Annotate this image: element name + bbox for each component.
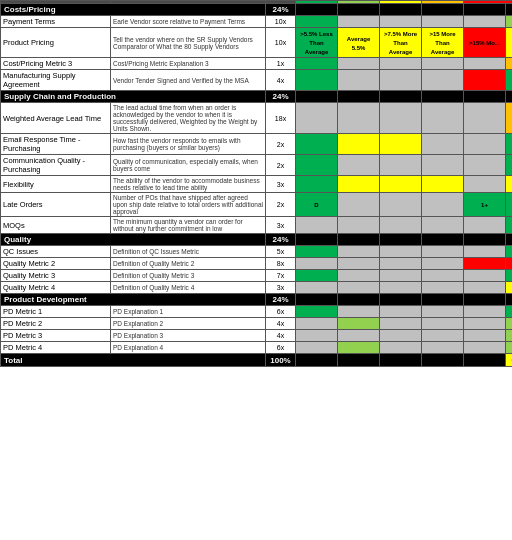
- table-row: Manufacturing Supply Agreement Vendor Te…: [1, 70, 513, 91]
- grade-cell-f-2-2: [464, 270, 506, 282]
- table-row: Payment Terms Earle Vendor score relativ…: [1, 16, 513, 28]
- grade-cell-b-0-2: [338, 58, 380, 70]
- grade-cell-d-3-0: [422, 306, 464, 318]
- row-dimension-0-2: Cost/Pricing Metric 3: [1, 58, 111, 70]
- grade-cell-a-3-0: [296, 306, 338, 318]
- row-vendor-3-3: B: [506, 342, 513, 354]
- row-weight-2-3: 3x: [266, 282, 296, 294]
- row-explanation-0-0: Earle Vendor score relative to Payment T…: [111, 16, 266, 28]
- grade-cell-b-0-0: [338, 16, 380, 28]
- section-header-0: Costs/Pricing 24% 19%: [1, 4, 513, 16]
- section-vendor-score-2: 14%: [506, 234, 513, 246]
- table-row: Weighted Average Lead Time The lead actu…: [1, 103, 513, 134]
- grade-cell-f-3-0: [464, 306, 506, 318]
- total-vendor-score: 65%: [506, 354, 513, 367]
- row-vendor-2-3: C: [506, 282, 513, 294]
- grade-cell-a-1-3: [296, 176, 338, 193]
- section-header-3: Product Development 24% 17%: [1, 294, 513, 306]
- table-row: QC Issues Definition of QC Issues Metric…: [1, 246, 513, 258]
- row-vendor-1-0: D: [506, 103, 513, 134]
- section-weight-1: 24%: [266, 91, 296, 103]
- total-row: Total 100% 65%: [1, 354, 513, 367]
- row-explanation-1-5: The minimum quantity a vendor can order …: [111, 217, 266, 234]
- scorecard-body: Costs/Pricing 24% 19% Payment Terms Earl…: [1, 4, 513, 367]
- row-explanation-3-0: PD Explanation 1: [111, 306, 266, 318]
- grade-cell-f-2-0: [464, 246, 506, 258]
- grade-cell-a-2-2: [296, 270, 338, 282]
- table-row: Cost/Pricing Metric 3 Cost/Pricing Metri…: [1, 58, 513, 70]
- grade-cell-f-0-3: No: [464, 70, 506, 91]
- grade-cell-b-3-0: [338, 306, 380, 318]
- table-row: Communication Quality - Purchasing Quali…: [1, 155, 513, 176]
- table-row: MOQs The minimum quantity a vendor can o…: [1, 217, 513, 234]
- section-vendor-score-3: 17%: [506, 294, 513, 306]
- row-weight-3-3: 6x: [266, 342, 296, 354]
- row-dimension-3-0: PD Metric 1: [1, 306, 111, 318]
- row-vendor-2-1: F: [506, 258, 513, 270]
- table-row: PD Metric 1 PD Explanation 1 6x A: [1, 306, 513, 318]
- grade-cell-b-1-5: [338, 217, 380, 234]
- grade-cell-b-1-0: [338, 103, 380, 134]
- row-explanation-3-2: PD Explanation 3: [111, 330, 266, 342]
- section-vendor-score-0: 19%: [506, 4, 513, 16]
- grade-cell-a-0-1: >5.5% Less Than Average: [296, 28, 338, 58]
- grade-cell-d-2-3: [422, 282, 464, 294]
- grade-cell-d-1-3: [422, 176, 464, 193]
- grade-cell-f-1-3: [464, 176, 506, 193]
- grade-cell-d-2-2: [422, 270, 464, 282]
- row-dimension-1-2: Communication Quality - Purchasing: [1, 155, 111, 176]
- row-vendor-1-5: A: [506, 217, 513, 234]
- row-dimension-1-3: Flexibility: [1, 176, 111, 193]
- row-explanation-1-0: The lead actual time from when an order …: [111, 103, 266, 134]
- row-dimension-1-5: MOQs: [1, 217, 111, 234]
- row-explanation-3-3: PD Explanation 4: [111, 342, 266, 354]
- row-explanation-2-2: Definition of Quality Metric 3: [111, 270, 266, 282]
- grade-cell-b-3-1: [338, 318, 380, 330]
- grade-cell-a-3-2: [296, 330, 338, 342]
- grade-cell-a-2-1: [296, 258, 338, 270]
- grade-cell-a-2-3: [296, 282, 338, 294]
- row-explanation-1-3: The ability of the vendor to accommodate…: [111, 176, 266, 193]
- grade-cell-b-2-0: [338, 246, 380, 258]
- grade-cell-f-1-4: 1+: [464, 193, 506, 217]
- grade-cell-c-0-1: >7.5% More Than Average: [380, 28, 422, 58]
- grade-cell-c-1-2: [380, 155, 422, 176]
- row-dimension-1-4: Late Orders: [1, 193, 111, 217]
- table-row: PD Metric 2 PD Explanation 2 4x B: [1, 318, 513, 330]
- grade-cell-b-1-1: [338, 134, 380, 155]
- section-vendor-score-1: 16%: [506, 91, 513, 103]
- grade-cell-c-1-5: [380, 217, 422, 234]
- row-dimension-0-1: Product Pricing: [1, 28, 111, 58]
- table-row: Email Response Time - Purchasing How fas…: [1, 134, 513, 155]
- grade-cell-a-1-5: [296, 217, 338, 234]
- grade-cell-a-1-0: [296, 103, 338, 134]
- grade-cell-f-2-1: [464, 258, 506, 270]
- row-dimension-2-1: Quality Metric 2: [1, 258, 111, 270]
- section-header-1: Supply Chain and Production 24% 16%: [1, 91, 513, 103]
- grade-cell-b-2-2: [338, 270, 380, 282]
- grade-cell-c-3-2: [380, 330, 422, 342]
- grade-cell-d-0-1: >15 More Than Average: [422, 28, 464, 58]
- grade-cell-f-0-2: [464, 58, 506, 70]
- row-explanation-1-4: Number of POs that have shipped after ag…: [111, 193, 266, 217]
- grade-cell-c-3-0: [380, 306, 422, 318]
- grade-cell-f-1-0: [464, 103, 506, 134]
- grade-cell-f-1-2: [464, 155, 506, 176]
- row-dimension-2-3: Quality Metric 4: [1, 282, 111, 294]
- grade-cell-d-3-3: [422, 342, 464, 354]
- grade-cell-b-3-2: [338, 330, 380, 342]
- row-weight-3-0: 6x: [266, 306, 296, 318]
- row-weight-2-2: 7x: [266, 270, 296, 282]
- grade-cell-f-2-3: [464, 282, 506, 294]
- row-explanation-2-3: Definition of Quality Metric 4: [111, 282, 266, 294]
- total-weight: 100%: [266, 354, 296, 367]
- section-header-2: Quality 24% 14%: [1, 234, 513, 246]
- grade-cell-c-3-3: [380, 342, 422, 354]
- grade-cell-c-2-1: [380, 258, 422, 270]
- grade-cell-d-0-3: [422, 70, 464, 91]
- row-vendor-3-0: A: [506, 306, 513, 318]
- grade-cell-c-1-3: [380, 176, 422, 193]
- row-dimension-0-0: Payment Terms: [1, 16, 111, 28]
- row-vendor-0-1: C: [506, 28, 513, 58]
- row-weight-0-2: 1x: [266, 58, 296, 70]
